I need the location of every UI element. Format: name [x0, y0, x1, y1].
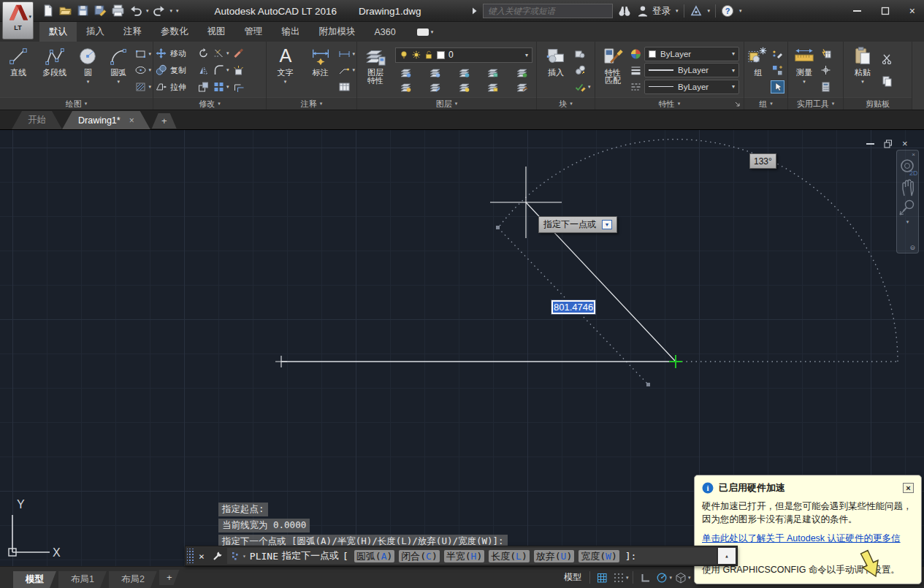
grid-display-toggle[interactable]: [593, 569, 611, 587]
cmd-option-C[interactable]: 闭合(C): [399, 550, 439, 562]
copy-button[interactable]: 复制: [155, 64, 194, 76]
command-input[interactable]: ▾ PLINE 指定下一点或 [圆弧(A)闭合(C)半宽(H)长度(L)放弃(U…: [227, 548, 717, 564]
edit-attributes-button[interactable]: [574, 64, 591, 77]
undo-caret-icon[interactable]: ▾: [146, 8, 149, 14]
layer-off-icon[interactable]: [458, 66, 470, 78]
move-button[interactable]: 移动: [155, 47, 194, 59]
polar-tracking-toggle[interactable]: ▾: [654, 569, 673, 587]
zoom-extents-icon[interactable]: [898, 197, 917, 216]
leader-button[interactable]: ▾: [338, 64, 355, 77]
table-button[interactable]: [338, 80, 355, 93]
create-block-button[interactable]: [574, 47, 591, 61]
cmd-option-L[interactable]: 长度(L): [489, 550, 529, 562]
command-line-window[interactable]: × ▾ PLINE 指定下一点或 [圆弧(A)闭合(C)半宽(H)长度(L)放弃…: [185, 546, 738, 566]
linetype-button[interactable]: [630, 80, 642, 93]
copy-clip-button[interactable]: [881, 75, 893, 88]
group-edit-button[interactable]: [771, 47, 784, 61]
rectangle-button[interactable]: ▾: [134, 47, 151, 61]
mirror-icon[interactable]: [197, 64, 210, 76]
tab-start[interactable]: 开始: [12, 111, 62, 129]
signin-caret-icon[interactable]: ▾: [676, 8, 679, 14]
panel-label-properties[interactable]: 特性▾: [595, 97, 744, 110]
recent-commands-icon[interactable]: [232, 551, 239, 560]
notification-close-button[interactable]: ×: [903, 483, 914, 493]
ellipse-button[interactable]: ▾: [134, 64, 151, 77]
search-input[interactable]: [483, 4, 613, 18]
isometric-drafting-toggle[interactable]: ▾: [673, 569, 692, 587]
group-selection-toggle[interactable]: [771, 80, 784, 93]
navbar-settings-icon[interactable]: ⊖: [909, 244, 918, 253]
navbar-caret-icon[interactable]: ▾: [906, 219, 909, 225]
layer-isolate-icon[interactable]: [400, 66, 412, 78]
save-icon[interactable]: [76, 4, 90, 18]
doc-close-button[interactable]: ×: [902, 138, 908, 149]
distance-input-field[interactable]: 801.4746: [551, 299, 596, 315]
ribbon-tab-2[interactable]: 插入: [77, 22, 114, 42]
define-attributes-button[interactable]: ▾: [574, 80, 591, 93]
cmd-option-U[interactable]: 放弃(U): [534, 550, 574, 562]
linetype-dropdown[interactable]: ByLayer▾: [644, 80, 739, 94]
lineweight-button[interactable]: [630, 64, 642, 77]
panel-label-groups[interactable]: 组▾: [744, 97, 787, 110]
ribbon-tab-1[interactable]: 默认: [39, 22, 77, 42]
quick-calc-button[interactable]: [820, 80, 832, 93]
scale-icon[interactable]: [197, 81, 210, 93]
model-paper-toggle[interactable]: 模型: [559, 569, 587, 587]
ribbon-tab-5[interactable]: 视图: [198, 22, 235, 42]
arc-caret-icon[interactable]: ▾: [117, 77, 120, 86]
panel-label-modify[interactable]: 修改▾: [153, 97, 266, 110]
help-icon[interactable]: ?: [721, 4, 734, 18]
layer-dropdown[interactable]: 0 ▾: [395, 47, 532, 63]
panel-label-block[interactable]: 块▾: [537, 97, 595, 110]
layer-lock-icon[interactable]: [486, 66, 499, 78]
minimize-button[interactable]: [853, 10, 861, 12]
layer-match-icon[interactable]: [516, 81, 528, 93]
measure-button[interactable]: 测量 ▾: [790, 43, 819, 97]
maximize-button[interactable]: [881, 7, 890, 15]
ortho-mode-toggle[interactable]: [636, 569, 654, 587]
search-expand-icon[interactable]: [471, 7, 478, 15]
offset-icon[interactable]: [232, 81, 245, 93]
group-button[interactable]: 组: [746, 43, 771, 97]
cut-button[interactable]: [881, 53, 893, 66]
dimension-button[interactable]: 标注: [303, 43, 337, 97]
application-menu-button[interactable]: LT ▾: [2, 1, 34, 39]
match-properties-button[interactable]: 特性 匹配: [597, 43, 629, 97]
ribbon-tab-7[interactable]: 输出: [272, 22, 310, 42]
line-button[interactable]: 直线: [1, 43, 36, 97]
search-icon[interactable]: [618, 4, 631, 18]
steering-wheel-icon[interactable]: 2D: [898, 158, 917, 178]
doc-restore-button[interactable]: [884, 140, 893, 148]
color-dropdown[interactable]: ByLayer▾: [644, 47, 739, 61]
rotate-icon[interactable]: [197, 47, 210, 59]
panel-label-utilities[interactable]: 实用工具▾: [788, 97, 843, 110]
layout-tab-3[interactable]: 布局2: [109, 571, 157, 588]
layer-thaw-all-icon[interactable]: [429, 81, 441, 93]
properties-dialog-launcher[interactable]: [735, 102, 741, 107]
circle-caret-icon[interactable]: ▾: [87, 77, 90, 86]
linear-dimension-button[interactable]: ▾: [338, 47, 355, 61]
layer-on-icon[interactable]: [400, 50, 408, 59]
layer-freeze-icon[interactable]: [429, 66, 441, 78]
ribbon-display-toggle[interactable]: ▾: [413, 22, 438, 42]
layer-on-all-icon[interactable]: [458, 81, 470, 93]
paste-button[interactable]: 粘贴 ▾: [845, 43, 880, 97]
layer-properties-button[interactable]: 图层 特性: [359, 43, 392, 97]
layer-unisolate-icon[interactable]: [400, 81, 412, 93]
layer-thaw-icon[interactable]: [412, 50, 421, 59]
lineweight-dropdown[interactable]: ByLayer▾: [644, 63, 739, 77]
command-line-customize-icon[interactable]: [210, 546, 226, 565]
make-current-icon[interactable]: [516, 66, 528, 78]
array-button[interactable]: ▾: [213, 80, 229, 93]
panel-label-layers[interactable]: 图层▾: [357, 97, 536, 110]
fillet-button[interactable]: ▾: [213, 64, 229, 77]
new-file-icon[interactable]: [41, 4, 55, 18]
dynamic-input-options-icon[interactable]: ▼: [602, 220, 612, 229]
ribbon-tab-9[interactable]: A360: [365, 22, 405, 42]
ungroup-button[interactable]: [771, 64, 784, 77]
layer-dropdown-caret-icon[interactable]: ▾: [525, 52, 528, 58]
command-options-caret-icon[interactable]: ▾: [243, 553, 246, 560]
help-caret-icon[interactable]: ▾: [739, 8, 742, 14]
explode-icon[interactable]: [232, 64, 245, 76]
pan-hand-icon[interactable]: [899, 178, 917, 197]
